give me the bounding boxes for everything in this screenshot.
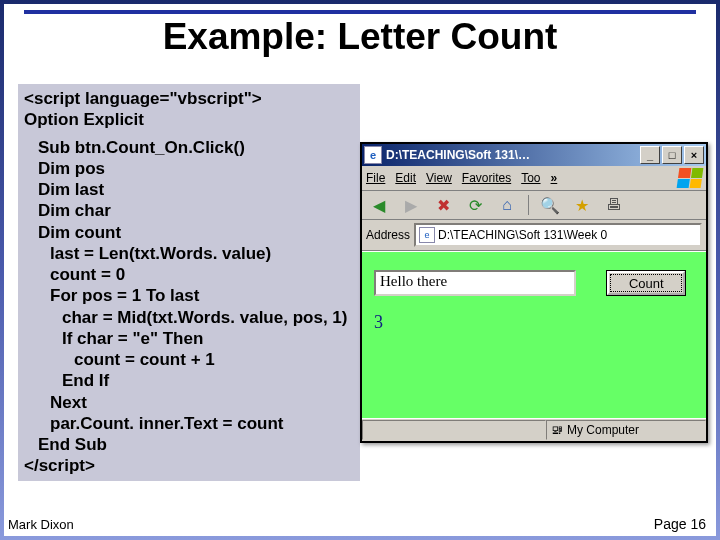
forward-icon[interactable]: ▶ [400, 194, 422, 216]
title-rule [24, 10, 696, 14]
menu-view[interactable]: View [426, 171, 452, 185]
address-bar: Address e D:\TEACHING\Soft 131\Week 0 [362, 220, 706, 251]
code-line: count = count + 1 [24, 349, 354, 370]
browser-window: e D:\TEACHING\Soft 131\… _ □ × File Edit… [360, 142, 708, 443]
minimize-button[interactable]: _ [640, 146, 660, 164]
code-line: Next [24, 392, 354, 413]
close-button[interactable]: × [684, 146, 704, 164]
status-bar: 🖳 My Computer [362, 418, 706, 441]
status-text: My Computer [567, 423, 639, 437]
back-icon[interactable]: ◀ [368, 194, 390, 216]
window-title-text: D:\TEACHING\Soft 131\… [386, 148, 638, 162]
code-line: If char = "e" Then [24, 328, 354, 349]
menu-tools[interactable]: Too [521, 171, 540, 185]
code-line: count = 0 [24, 264, 354, 285]
code-line: Option Explicit [24, 109, 354, 130]
computer-icon: 🖳 [551, 423, 563, 437]
words-input[interactable]: Hello there [374, 270, 576, 296]
menu-favorites[interactable]: Favorites [462, 171, 511, 185]
slide-title: Example: Letter Count [4, 16, 716, 58]
favorites-icon[interactable]: ★ [571, 194, 593, 216]
code-line: For pos = 1 To last [24, 285, 354, 306]
count-button[interactable]: Count [607, 271, 685, 295]
code-line: char = Mid(txt.Words. value, pos, 1) [24, 307, 354, 328]
address-value: D:\TEACHING\Soft 131\Week 0 [438, 228, 607, 242]
window-titlebar[interactable]: e D:\TEACHING\Soft 131\… _ □ × [362, 144, 706, 166]
toolbar: ◀ ▶ ✖ ⟳ ⌂ 🔍 ★ 🖶 [362, 191, 706, 220]
code-block: <script language="vbscript"> Option Expl… [18, 84, 360, 481]
code-line: last = Len(txt.Words. value) [24, 243, 354, 264]
refresh-icon[interactable]: ⟳ [464, 194, 486, 216]
windows-flag-icon [677, 168, 704, 188]
code-line: <script language="vbscript"> [24, 88, 354, 109]
search-icon[interactable]: 🔍 [539, 194, 561, 216]
footer-page: Page 16 [654, 516, 706, 532]
code-line: Dim pos [24, 158, 354, 179]
menu-edit[interactable]: Edit [395, 171, 416, 185]
code-line: Sub btn.Count_On.Click() [24, 137, 354, 158]
code-line: Dim char [24, 200, 354, 221]
code-line: Dim last [24, 179, 354, 200]
menu-overflow-icon[interactable]: » [551, 171, 558, 185]
code-line: </script> [24, 455, 354, 476]
home-icon[interactable]: ⌂ [496, 194, 518, 216]
code-line: End Sub [24, 434, 354, 455]
result-text: 3 [374, 312, 694, 333]
address-label: Address [366, 228, 410, 242]
slide: Example: Letter Count <script language="… [4, 4, 716, 536]
code-line: par.Count. inner.Text = count [24, 413, 354, 434]
address-input[interactable]: e D:\TEACHING\Soft 131\Week 0 [414, 223, 702, 247]
print-icon[interactable]: 🖶 [603, 194, 625, 216]
ie-page-icon: e [364, 146, 382, 164]
menu-file[interactable]: File [366, 171, 385, 185]
page-body: Hello there Count 3 [362, 251, 706, 418]
menu-bar: File Edit View Favorites Too » [362, 166, 706, 191]
code-line: Dim count [24, 222, 354, 243]
footer-author: Mark Dixon [8, 517, 74, 532]
stop-icon[interactable]: ✖ [432, 194, 454, 216]
maximize-button[interactable]: □ [662, 146, 682, 164]
ie-page-icon: e [419, 227, 435, 243]
code-line: End If [24, 370, 354, 391]
